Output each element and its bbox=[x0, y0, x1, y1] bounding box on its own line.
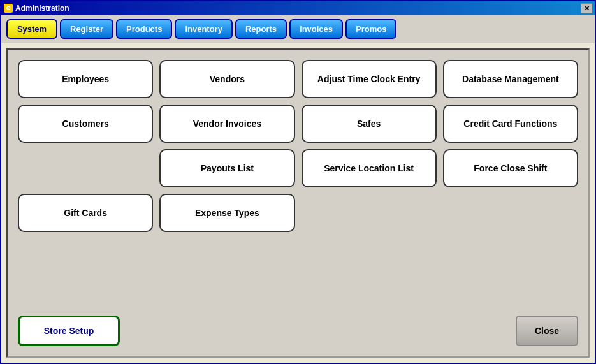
store-setup-button[interactable]: Store Setup bbox=[18, 316, 120, 346]
gift-cards-button[interactable]: Gift Cards bbox=[18, 194, 153, 232]
service-location-list-button[interactable]: Service Location List bbox=[302, 149, 437, 187]
employees-button[interactable]: Employees bbox=[18, 60, 153, 98]
toolbar: System Register Products Inventory Repor… bbox=[1, 15, 595, 43]
safes-button[interactable]: Safes bbox=[302, 105, 437, 143]
main-content: Employees Vendors Adjust Time Clock Entr… bbox=[6, 48, 590, 358]
payouts-list-button[interactable]: Payouts List bbox=[159, 149, 294, 187]
main-window: ⚙ Administration ✕ System Register Produ… bbox=[0, 0, 596, 364]
tab-system[interactable]: System bbox=[6, 19, 57, 39]
tab-reports[interactable]: Reports bbox=[235, 19, 287, 39]
customers-button[interactable]: Customers bbox=[18, 105, 153, 143]
titlebar: ⚙ Administration ✕ bbox=[1, 1, 595, 15]
vendor-invoices-button[interactable]: Vendor Invoices bbox=[159, 105, 294, 143]
window-title: Administration bbox=[15, 4, 69, 13]
adjust-time-clock-button[interactable]: Adjust Time Clock Entry bbox=[302, 60, 437, 98]
tab-register[interactable]: Register bbox=[60, 19, 113, 39]
vendors-button[interactable]: Vendors bbox=[159, 60, 294, 98]
bottom-bar: Store Setup Close bbox=[18, 310, 578, 346]
close-button[interactable]: Close bbox=[516, 316, 578, 346]
window-icon: ⚙ bbox=[4, 4, 13, 13]
tab-inventory[interactable]: Inventory bbox=[175, 19, 233, 39]
window-close-button[interactable]: ✕ bbox=[581, 3, 592, 13]
force-close-shift-button[interactable]: Force Close Shift bbox=[443, 149, 578, 187]
tab-promos[interactable]: Promos bbox=[345, 19, 396, 39]
button-grid: Employees Vendors Adjust Time Clock Entr… bbox=[18, 60, 578, 310]
tab-invoices[interactable]: Invoices bbox=[289, 19, 343, 39]
database-management-button[interactable]: Database Management bbox=[443, 60, 578, 98]
expense-types-button[interactable]: Expense Types bbox=[159, 194, 294, 232]
tab-products[interactable]: Products bbox=[116, 19, 172, 39]
credit-card-functions-button[interactable]: Credit Card Functions bbox=[443, 105, 578, 143]
